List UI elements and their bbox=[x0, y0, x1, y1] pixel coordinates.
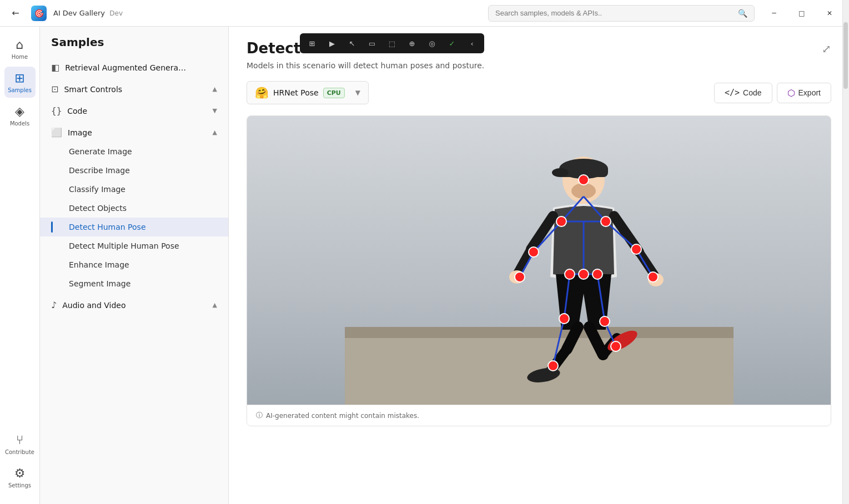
audio-video-chevron: ▲ bbox=[213, 301, 217, 309]
svg-point-6 bbox=[571, 183, 596, 199]
minimize-button[interactable]: ─ bbox=[761, 4, 787, 22]
audio-video-icon: ♪ bbox=[51, 300, 57, 310]
pose-scene bbox=[247, 116, 831, 405]
caption-icon: ⓘ bbox=[256, 411, 263, 420]
sidebar-item-generate-image[interactable]: Generate Image bbox=[40, 142, 228, 161]
image-container: ⓘ AI-generated content might contain mis… bbox=[247, 115, 831, 426]
scrollbar[interactable] bbox=[842, 27, 849, 504]
svg-point-45 bbox=[548, 361, 558, 371]
sidebar-section-image-header[interactable]: ⬜ Image ▲ bbox=[40, 123, 228, 142]
toolbar-video-btn[interactable]: ▶ bbox=[323, 36, 341, 51]
app-env-text: Dev bbox=[109, 9, 123, 17]
code-btn-icon: </> bbox=[725, 88, 740, 98]
sidebar-item-describe-image[interactable]: Describe Image bbox=[40, 161, 228, 180]
main-content: Detect Human Pose ⤢ Models in this scena… bbox=[229, 27, 849, 504]
svg-point-40 bbox=[579, 269, 589, 279]
model-name: HRNet Pose bbox=[273, 88, 319, 97]
sidebar-section-audio-video: ♪ Audio and Video ▲ bbox=[40, 295, 228, 315]
code-chevron: ▼ bbox=[213, 107, 217, 114]
image-caption: ⓘ AI-generated content might contain mis… bbox=[247, 405, 831, 426]
code-button[interactable]: </> Code bbox=[714, 83, 772, 103]
export-btn-icon: ⬡ bbox=[787, 88, 795, 98]
back-button[interactable]: ← bbox=[7, 4, 24, 22]
action-buttons: </> Code ⬡ Export bbox=[714, 83, 831, 103]
nav-home-label: Home bbox=[12, 54, 28, 60]
sidebar-item-detect-objects[interactable]: Detect Objects bbox=[40, 199, 228, 218]
svg-point-46 bbox=[611, 341, 621, 351]
sidebar-section-image: ⬜ Image ▲ Generate Image Describe Image … bbox=[40, 123, 228, 293]
svg-point-36 bbox=[529, 247, 539, 257]
svg-point-5 bbox=[552, 168, 569, 177]
toolbar-cursor-btn[interactable]: ↖ bbox=[343, 36, 361, 51]
sidebar-section-smart-controls-label: Smart Controls bbox=[64, 85, 207, 94]
nav-settings-label: Settings bbox=[8, 482, 31, 488]
export-button[interactable]: ⬡ Export bbox=[777, 83, 831, 103]
sidebar-item-detect-human-pose[interactable]: Detect Human Pose bbox=[40, 218, 228, 236]
sidebar-section-code-header[interactable]: {} Code ▼ bbox=[40, 101, 228, 120]
search-bar[interactable]: 🔍 bbox=[488, 5, 755, 22]
toolbar-select-btn[interactable]: ⬚ bbox=[383, 36, 401, 51]
image-chevron: ▲ bbox=[213, 129, 217, 136]
page-link-icon[interactable]: ⤢ bbox=[822, 42, 831, 56]
sidebar-item-classify-image[interactable]: Classify Image bbox=[40, 180, 228, 199]
pose-detection-svg bbox=[345, 116, 734, 405]
sidebar-section-rag-header[interactable]: ◧ Retrieval Augmented Genera… bbox=[40, 58, 228, 77]
svg-point-42 bbox=[592, 269, 602, 279]
sidebar-item-enhance-image[interactable]: Enhance Image bbox=[40, 255, 228, 274]
svg-rect-0 bbox=[345, 327, 734, 405]
sidebar-section-image-label: Image bbox=[68, 128, 207, 137]
sidebar: Samples ◧ Retrieval Augmented Genera… ⊡ … bbox=[40, 27, 229, 504]
rag-icon: ◧ bbox=[51, 62, 59, 73]
toolbar-adjust-btn[interactable]: ⊕ bbox=[403, 36, 421, 51]
svg-line-11 bbox=[531, 216, 553, 249]
model-emoji: 🤗 bbox=[255, 86, 269, 99]
toolbar-arrow-btn[interactable]: ‹ bbox=[463, 36, 481, 51]
nav-samples[interactable]: ⊞ Samples bbox=[4, 67, 36, 98]
samples-icon: ⊞ bbox=[14, 71, 24, 85]
svg-point-44 bbox=[600, 316, 610, 326]
scrollbar-thumb[interactable] bbox=[843, 27, 848, 89]
app-title: AI Dev Gallery Dev bbox=[53, 9, 481, 17]
toolbar-target-btn[interactable]: ◎ bbox=[423, 36, 441, 51]
svg-point-38 bbox=[515, 272, 525, 282]
app-icon-emoji: 🎯 bbox=[34, 9, 44, 18]
app-body: ⌂ Home ⊞ Samples ◈ Models ⑂ Contribute ⚙… bbox=[0, 27, 849, 504]
page-description: Models in this scenario will detect huma… bbox=[247, 61, 831, 70]
nav-settings[interactable]: ⚙ Settings bbox=[4, 462, 36, 493]
svg-point-33 bbox=[579, 175, 589, 185]
svg-point-41 bbox=[565, 269, 575, 279]
sidebar-section-audio-video-header[interactable]: ♪ Audio and Video ▲ bbox=[40, 295, 228, 315]
app-icon: 🎯 bbox=[31, 6, 47, 21]
sidebar-section-smart-controls: ⊡ Smart Controls ▲ bbox=[40, 79, 228, 99]
export-btn-label: Export bbox=[798, 88, 821, 97]
contribute-icon: ⑂ bbox=[16, 433, 23, 447]
sidebar-section-audio-video-label: Audio and Video bbox=[62, 301, 207, 310]
model-badge: CPU bbox=[323, 88, 345, 98]
svg-point-34 bbox=[556, 216, 566, 226]
nav-contribute-label: Contribute bbox=[5, 449, 34, 455]
toolbar-rect-btn[interactable]: ▭ bbox=[363, 36, 381, 51]
titlebar: ← 🎯 AI Dev Gallery Dev 🔍 ─ □ ✕ bbox=[0, 0, 849, 27]
toolbar-grid-btn[interactable]: ⊞ bbox=[303, 36, 321, 51]
sidebar-item-segment-image[interactable]: Segment Image bbox=[40, 274, 228, 293]
toolbar-check-btn[interactable]: ✓ bbox=[443, 36, 461, 51]
model-dropdown-chevron: ▼ bbox=[355, 89, 360, 97]
nav-models[interactable]: ◈ Models bbox=[4, 100, 36, 131]
sidebar-section-smart-controls-header[interactable]: ⊡ Smart Controls ▲ bbox=[40, 79, 228, 99]
svg-point-37 bbox=[631, 244, 641, 254]
close-button[interactable]: ✕ bbox=[817, 4, 842, 22]
models-icon: ◈ bbox=[15, 104, 24, 118]
maximize-button[interactable]: □ bbox=[789, 4, 815, 22]
nav-home[interactable]: ⌂ Home bbox=[4, 33, 36, 64]
svg-point-35 bbox=[601, 216, 611, 226]
sidebar-section-code: {} Code ▼ bbox=[40, 101, 228, 120]
sidebar-section-rag: ◧ Retrieval Augmented Genera… bbox=[40, 58, 228, 77]
search-input[interactable] bbox=[495, 9, 734, 17]
toolbar-overlay: ⊞ ▶ ↖ ▭ ⬚ ⊕ ◎ ✓ ‹ bbox=[300, 33, 484, 53]
sidebar-item-detect-multiple-human-pose[interactable]: Detect Multiple Human Pose bbox=[40, 236, 228, 255]
search-icon: 🔍 bbox=[738, 9, 747, 18]
settings-icon: ⚙ bbox=[14, 466, 26, 480]
model-dropdown[interactable]: 🤗 HRNet Pose CPU ▼ bbox=[247, 81, 369, 104]
nav-bottom: ⑂ Contribute ⚙ Settings bbox=[4, 429, 36, 497]
nav-contribute[interactable]: ⑂ Contribute bbox=[4, 429, 36, 460]
